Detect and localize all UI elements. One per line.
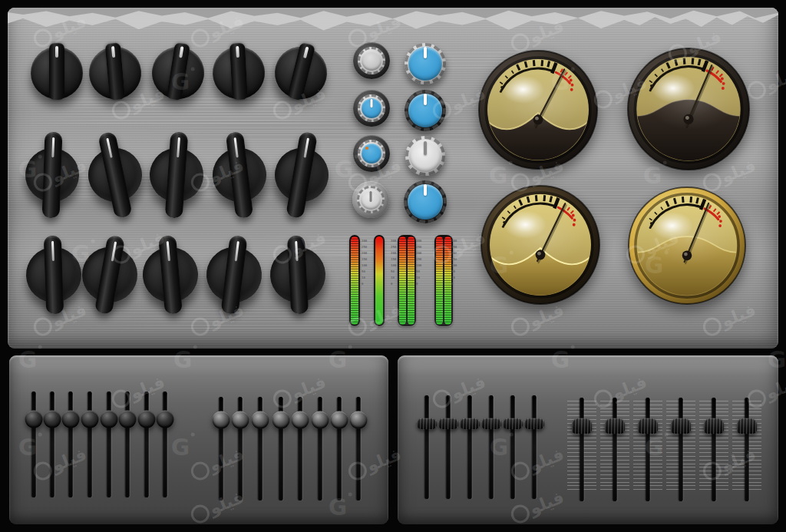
watermark-ring	[31, 170, 54, 193]
watermark-logo: فيلو	[623, 228, 682, 266]
watermark-ring	[508, 314, 532, 338]
watermark-g: G	[490, 252, 509, 279]
watermark-text: فيلو	[206, 12, 246, 42]
watermark-text: فيلو	[49, 300, 89, 331]
watermark-ring	[508, 30, 532, 54]
watermark-text: فيلو	[206, 444, 246, 475]
watermark-logo: فيلو	[508, 444, 566, 483]
watermark-g: G	[490, 434, 509, 461]
watermark-text: فيلو	[684, 27, 724, 58]
watermark-logo: فيلو	[109, 372, 167, 411]
watermark-text: فيلو	[527, 300, 566, 331]
watermark-g-dot	[193, 345, 196, 349]
watermark-g-dot	[38, 345, 41, 349]
watermark-g-dot	[508, 161, 512, 165]
watermark-text: فيلو	[206, 300, 246, 331]
watermark-ring	[31, 25, 54, 49]
watermark-text: فيلو	[763, 372, 786, 403]
watermark-logo: فيلو	[270, 84, 329, 122]
watermark-text: فيلو	[364, 300, 404, 331]
watermark-logo: فيلو	[31, 156, 89, 194]
watermark-logo: فيلو	[31, 444, 89, 483]
watermark-ring	[430, 97, 454, 121]
watermark-g: G	[171, 434, 190, 461]
watermark-logo: فيلو	[188, 300, 246, 339]
watermark-text: فيلو	[763, 64, 786, 94]
audio-mixer-ui-kit: 3002502001501005010030025020015010050100…	[0, 0, 786, 532]
watermark-text: فيلو	[448, 84, 488, 114]
watermark-logo: فيلو	[188, 444, 246, 483]
watermark-text: فيلو	[718, 444, 758, 475]
watermark-text: فيلو	[364, 444, 404, 475]
watermark-g: G	[551, 346, 570, 373]
watermark-ring	[430, 242, 454, 266]
watermark-ring	[270, 242, 294, 266]
watermark-g-dot	[38, 433, 41, 437]
watermark-text: فيلو	[49, 156, 89, 187]
watermark-ring	[508, 501, 532, 525]
watermark-g-dot	[570, 68, 574, 71]
watermark-text: فيلو	[289, 228, 329, 259]
watermark-g: G	[329, 494, 348, 520]
watermark-ring	[430, 386, 454, 410]
watermark-g-dot	[190, 68, 194, 71]
watermark-ring	[745, 386, 768, 410]
watermark-g-dot	[570, 345, 574, 349]
watermark-logo: فيلو	[109, 228, 167, 266]
watermark-text: فيلو	[49, 12, 89, 42]
watermark-text: فيلو	[448, 228, 488, 259]
watermark-logo: فيلو	[345, 444, 404, 483]
watermark-ring	[109, 386, 133, 410]
watermark-logo: فيلو	[345, 300, 404, 339]
watermark-g-dot	[664, 251, 668, 255]
watermark-g: G	[18, 346, 38, 373]
watermark-g-dot	[509, 251, 513, 255]
watermark-g-dot	[38, 155, 41, 159]
watermark-text: فيلو	[527, 444, 566, 475]
watermark-logo: فيلو	[700, 156, 758, 194]
watermark-ring	[345, 25, 369, 49]
watermark-text: فيلو	[527, 16, 566, 47]
watermark-text: فيلو	[448, 372, 488, 403]
watermark-text: فيلو	[609, 372, 649, 403]
watermark-g: G	[173, 346, 193, 373]
watermark-g-dot	[662, 161, 666, 165]
watermark-text: فيلو	[527, 487, 566, 518]
watermark-ring	[188, 314, 212, 338]
watermark-logo: فيلو	[270, 228, 329, 266]
watermark-logo: فيلو	[591, 372, 649, 411]
watermark-text: فيلو	[364, 156, 404, 187]
watermark-g-dot	[348, 493, 352, 497]
watermark-g: G	[18, 434, 38, 461]
watermark-g: G	[18, 156, 38, 183]
watermark-g: G	[71, 240, 91, 267]
watermark-logo: فيلو	[430, 84, 488, 122]
watermark-g: G	[329, 346, 348, 373]
watermark-text: فيلو	[718, 156, 758, 187]
watermark-logo: فيلو	[508, 156, 566, 194]
watermark-layer: فيلوفيلوفيلوفيلوفيلوفيلوفيلوفيلوفيلوفيلو…	[0, 0, 786, 532]
watermark-ring	[270, 97, 294, 121]
watermark-ring	[591, 87, 615, 111]
watermark-logo: فيلو	[700, 444, 758, 483]
watermark-text: فيلو	[127, 372, 167, 403]
watermark-logo: فيلو	[109, 84, 167, 122]
watermark-text: فيلو	[642, 228, 682, 259]
watermark-logo: فيلو	[31, 300, 89, 339]
watermark-logo: فيلو	[188, 156, 246, 194]
watermark-g: G	[335, 156, 354, 183]
watermark-ring	[665, 41, 689, 64]
watermark-ring	[700, 458, 724, 482]
watermark-g: G	[645, 252, 664, 279]
watermark-ring	[745, 78, 768, 101]
watermark-text: فيلو	[364, 12, 404, 42]
watermark-ring	[700, 314, 724, 338]
watermark-g: G	[643, 162, 662, 189]
watermark-text: فيلو	[527, 156, 566, 187]
watermark-text: فيلو	[49, 444, 89, 475]
watermark-logo: فيلو	[270, 372, 329, 411]
watermark-ring	[31, 314, 54, 338]
watermark-ring	[270, 386, 294, 410]
watermark-g: G	[645, 434, 664, 461]
watermark-logo: فيلو	[31, 12, 89, 50]
